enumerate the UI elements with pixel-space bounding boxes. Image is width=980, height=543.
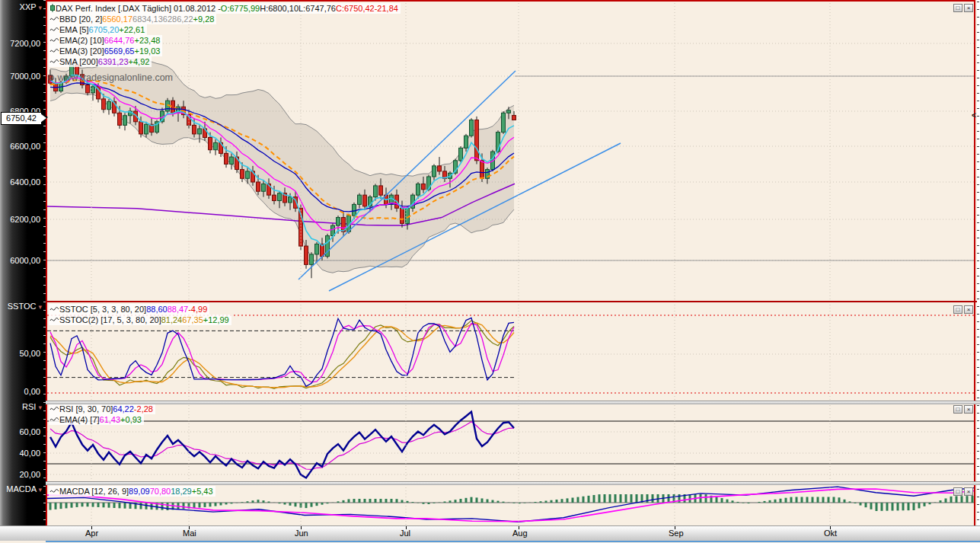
sstoc-tick-label: 50,00 (19, 349, 40, 358)
close-button[interactable]: × (964, 305, 973, 314)
close-value: C:6750,42 (336, 4, 375, 13)
price-tick-label: 7200,00 (10, 39, 40, 48)
last-price-tag: 6750,42 (1, 112, 42, 125)
chevron-down-icon: ▾ (38, 4, 42, 11)
rsi-legend: RSI [9, 30, 70] 64,22 -2,28 EMA(4) [7] 6… (49, 404, 155, 425)
legend-row-rsi[interactable]: RSI [9, 30, 70] 64,22 -2,28 (49, 404, 155, 414)
rsi-tick-label: 60,00 (19, 427, 40, 436)
month-label: Sep (669, 529, 684, 538)
maximize-button[interactable]: □ (953, 405, 962, 414)
close-button[interactable]: × (964, 487, 973, 496)
macda-panel-buttons: □ × (953, 487, 973, 496)
wave-icon (49, 25, 59, 34)
legend-row-sma200[interactable]: SMA [200] 6391,23 +4,92 (49, 56, 152, 67)
wave-icon (49, 415, 59, 424)
rsi-selector[interactable]: RSI ▾ (22, 402, 42, 411)
wave-icon (49, 404, 59, 414)
change-value: -21,84 (375, 4, 398, 13)
high-value: H:6800,10 (260, 4, 298, 13)
maximize-button[interactable]: □ (953, 305, 962, 314)
chevron-down-icon: ▾ (38, 486, 42, 493)
price-tick-label: 7000,00 (10, 72, 40, 81)
wave-icon (49, 57, 59, 66)
wave-icon (49, 487, 59, 496)
right-price-axis[interactable] (977, 0, 980, 525)
sstoc-tick-label: 0,00 (24, 387, 40, 396)
wave-icon (49, 46, 59, 56)
rsi-tick-label: 20,00 (19, 470, 40, 479)
candle-icon (49, 4, 56, 13)
macda-legend: MACDA [12, 26, 9] 89,09 70,80 18,29 +5,4… (49, 486, 215, 497)
wave-icon (49, 315, 59, 324)
legend-row-rsi-ema[interactable]: EMA(4) [7] 61,43 +0,93 (49, 414, 144, 425)
month-label: Jul (400, 529, 410, 538)
axis-tick-marks (43, 0, 46, 525)
open-value: O:6775,99 (221, 4, 260, 13)
left-price-axis[interactable]: XXP ▾ SSTOC ▾ RSI ▾ MACDA ▾ 6750,42 7200… (0, 0, 46, 525)
legend-row-sstoc2[interactable]: SSTOC(2) [17, 5, 3, 80, 20] 81,24 67,35 … (49, 315, 231, 325)
sstoc-panel-buttons: □ × (953, 305, 973, 314)
sstoc-legend: SSTOC [5, 3, 3, 80, 20] 88,60 88,47 -4,9… (49, 304, 231, 325)
wave-icon (49, 305, 59, 314)
close-button[interactable]: × (964, 4, 973, 12)
main-legend: DAX Perf. Index [.DAX Täglich] 01.08.201… (49, 3, 401, 67)
window-bottom-accent (46, 541, 980, 542)
rsi-panel-buttons: □ × (953, 405, 973, 414)
rsi-tick-label: 40,00 (19, 449, 40, 458)
month-label: Aug (512, 529, 528, 538)
maximize-button[interactable]: □ (953, 4, 962, 12)
wave-icon (49, 14, 59, 24)
legend-row-sstoc1[interactable]: SSTOC [5, 3, 3, 80, 20] 88,60 88,47 -4,9… (49, 304, 209, 315)
current-price-arrow-icon: < (972, 111, 976, 120)
main-panel-bottom-border[interactable] (46, 301, 977, 302)
month-label: Mai (183, 529, 196, 538)
symbol-selector[interactable]: XXP ▾ (20, 2, 42, 11)
trading-app-window: XXP ▾ SSTOC ▾ RSI ▾ MACDA ▾ 6750,42 7200… (0, 0, 980, 543)
legend-row-ema5[interactable]: EMA [5] 6705,20 +22,61 (49, 24, 147, 35)
symbol-title: DAX Perf. Index [.DAX Täglich] 01.08.201… (56, 4, 221, 13)
watermark: ⊕ www.tradesignalonline.com (47, 72, 173, 83)
panel-separator-sstoc-rsi[interactable] (0, 401, 980, 404)
chevron-down-icon: ▾ (38, 404, 42, 411)
close-button[interactable]: × (964, 405, 973, 414)
wave-icon (49, 36, 59, 45)
legend-row-symbol[interactable]: DAX Perf. Index [.DAX Täglich] 01.08.201… (49, 3, 401, 14)
maximize-button[interactable]: □ (953, 487, 962, 496)
month-label: Apr (85, 529, 98, 538)
panel-separator-rsi-macda[interactable] (0, 481, 980, 485)
main-panel-buttons: □ × (953, 4, 973, 12)
price-tick-label: 6000,00 (10, 256, 40, 265)
globe-icon: ⊕ (47, 72, 55, 83)
macda-selector[interactable]: MACDA ▾ (6, 484, 42, 493)
legend-row-ema20[interactable]: EMA(3) [20] 6569,65 +19,03 (49, 46, 162, 56)
legend-row-bbd[interactable]: BBD [20, 2] 6560,17 6834,13 6286,22 +9,2… (49, 14, 216, 24)
price-tick-label: 6400,00 (10, 177, 40, 187)
axis-tick-marks (977, 2, 979, 527)
legend-row-ema10[interactable]: EMA(2) [10] 6644,76 +23,48 (49, 35, 162, 46)
month-label: Okt (824, 529, 837, 538)
price-tick-label: 6600,00 (10, 142, 40, 151)
legend-row-macda[interactable]: MACDA [12, 26, 9] 89,09 70,80 18,29 +5,4… (49, 486, 215, 497)
chevron-down-icon: ▾ (38, 303, 42, 311)
sstoc-selector[interactable]: SSTOC ▾ (8, 302, 42, 311)
low-value: L:6747,76 (298, 4, 336, 13)
price-tick-label: 6200,00 (10, 215, 40, 224)
month-label: Jun (295, 529, 308, 538)
time-axis[interactable]: AprMaiJunJulAugSepOkt (0, 525, 980, 541)
